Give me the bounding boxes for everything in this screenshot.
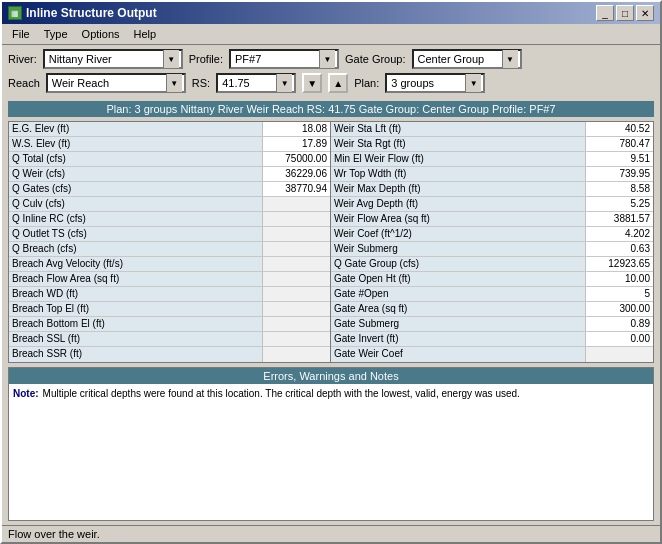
right-label-9: Q Gate Group (cfs) (331, 257, 585, 271)
left-row-15: Breach SSR (ft) (9, 347, 330, 362)
left-value-13 (262, 317, 330, 331)
minimize-button[interactable]: _ (596, 5, 614, 21)
right-value-3: 739.95 (585, 167, 653, 181)
rs-value: 41.75 (222, 77, 276, 89)
gate-group-value: Center Group (418, 53, 502, 65)
reach-label: Reach (8, 77, 40, 89)
left-row-11: Breach WD (ft) (9, 287, 330, 302)
left-row-7: Q Outlet TS (cfs) (9, 227, 330, 242)
rs-label: RS: (192, 77, 210, 89)
rs-combo[interactable]: 41.75 ▼ (216, 73, 296, 93)
right-label-4: Weir Max Depth (ft) (331, 182, 585, 196)
left-label-1: W.S. Elev (ft) (9, 137, 262, 151)
menu-file[interactable]: File (6, 26, 36, 42)
left-value-10 (262, 272, 330, 286)
reach-combo[interactable]: Weir Reach ▼ (46, 73, 186, 93)
left-label-6: Q Inline RC (cfs) (9, 212, 262, 226)
title-bar: ▦ Inline Structure Output _ □ ✕ (2, 2, 660, 24)
river-combo[interactable]: Nittany River ▼ (43, 49, 183, 69)
profile-combo-arrow[interactable]: ▼ (319, 50, 335, 68)
toolbar-row-1: River: Nittany River ▼ Profile: PF#7 ▼ G… (8, 49, 654, 69)
right-row-3: Wr Top Wdth (ft)739.95 (331, 167, 653, 182)
window-title: Inline Structure Output (26, 6, 157, 20)
left-label-0: E.G. Elev (ft) (9, 122, 262, 136)
menu-options[interactable]: Options (76, 26, 126, 42)
left-value-3: 36229.06 (262, 167, 330, 181)
menu-help[interactable]: Help (128, 26, 163, 42)
right-value-6: 3881.57 (585, 212, 653, 226)
right-label-11: Gate #Open (331, 287, 585, 301)
profile-combo[interactable]: PF#7 ▼ (229, 49, 339, 69)
left-value-8 (262, 242, 330, 256)
right-row-15: Gate Weir Coef (331, 347, 653, 362)
right-row-0: Weir Sta Lft (ft)40.52 (331, 122, 653, 137)
plan-combo-arrow[interactable]: ▼ (465, 74, 481, 92)
close-button[interactable]: ✕ (636, 5, 654, 21)
right-row-6: Weir Flow Area (sq ft)3881.57 (331, 212, 653, 227)
left-value-1: 17.89 (262, 137, 330, 151)
gate-group-combo-arrow[interactable]: ▼ (502, 50, 518, 68)
nav-down-button[interactable]: ▼ (302, 73, 322, 93)
right-value-7: 4.202 (585, 227, 653, 241)
right-value-12: 300.00 (585, 302, 653, 316)
left-label-2: Q Total (cfs) (9, 152, 262, 166)
right-row-12: Gate Area (sq ft)300.00 (331, 302, 653, 317)
left-label-11: Breach WD (ft) (9, 287, 262, 301)
data-table: E.G. Elev (ft)18.08W.S. Elev (ft)17.89Q … (8, 121, 654, 363)
errors-content: Note: Multiple critical depths were foun… (9, 384, 653, 520)
left-value-12 (262, 302, 330, 316)
left-label-10: Breach Flow Area (sq ft) (9, 272, 262, 286)
profile-value: PF#7 (235, 53, 319, 65)
left-value-7 (262, 227, 330, 241)
left-value-5 (262, 197, 330, 211)
right-value-2: 9.51 (585, 152, 653, 166)
right-label-5: Weir Avg Depth (ft) (331, 197, 585, 211)
right-row-14: Gate Invert (ft)0.00 (331, 332, 653, 347)
rs-combo-arrow[interactable]: ▼ (276, 74, 292, 92)
left-row-12: Breach Top El (ft) (9, 302, 330, 317)
left-value-15 (262, 347, 330, 362)
left-row-6: Q Inline RC (cfs) (9, 212, 330, 227)
right-value-9: 12923.65 (585, 257, 653, 271)
left-value-14 (262, 332, 330, 346)
right-value-0: 40.52 (585, 122, 653, 136)
right-row-7: Weir Coef (ft^1/2)4.202 (331, 227, 653, 242)
content-area: Plan: 3 groups Nittany River Weir Reach … (2, 97, 660, 525)
toolbar: River: Nittany River ▼ Profile: PF#7 ▼ G… (2, 45, 660, 97)
right-value-8: 0.63 (585, 242, 653, 256)
right-row-4: Weir Max Depth (ft)8.58 (331, 182, 653, 197)
maximize-button[interactable]: □ (616, 5, 634, 21)
river-combo-arrow[interactable]: ▼ (163, 50, 179, 68)
right-row-8: Weir Submerg0.63 (331, 242, 653, 257)
gate-group-label: Gate Group: (345, 53, 406, 65)
right-label-6: Weir Flow Area (sq ft) (331, 212, 585, 226)
menu-type[interactable]: Type (38, 26, 74, 42)
right-column: Weir Sta Lft (ft)40.52Weir Sta Rgt (ft)7… (331, 122, 653, 362)
left-row-2: Q Total (cfs)75000.00 (9, 152, 330, 167)
left-value-4: 38770.94 (262, 182, 330, 196)
left-label-4: Q Gates (cfs) (9, 182, 262, 196)
right-value-13: 0.89 (585, 317, 653, 331)
gate-group-combo[interactable]: Center Group ▼ (412, 49, 522, 69)
left-value-6 (262, 212, 330, 226)
left-value-2: 75000.00 (262, 152, 330, 166)
left-row-5: Q Culv (cfs) (9, 197, 330, 212)
left-row-4: Q Gates (cfs)38770.94 (9, 182, 330, 197)
plan-value: 3 groups (391, 77, 465, 89)
nav-up-button[interactable]: ▲ (328, 73, 348, 93)
right-value-15 (585, 347, 653, 362)
left-row-1: W.S. Elev (ft)17.89 (9, 137, 330, 152)
reach-combo-arrow[interactable]: ▼ (166, 74, 182, 92)
right-value-14: 0.00 (585, 332, 653, 346)
left-row-0: E.G. Elev (ft)18.08 (9, 122, 330, 137)
right-label-8: Weir Submerg (331, 242, 585, 256)
left-column: E.G. Elev (ft)18.08W.S. Elev (ft)17.89Q … (9, 122, 331, 362)
section-header: Plan: 3 groups Nittany River Weir Reach … (8, 101, 654, 117)
plan-combo[interactable]: 3 groups ▼ (385, 73, 485, 93)
left-label-5: Q Culv (cfs) (9, 197, 262, 211)
right-label-7: Weir Coef (ft^1/2) (331, 227, 585, 241)
left-label-8: Q Breach (cfs) (9, 242, 262, 256)
right-label-13: Gate Submerg (331, 317, 585, 331)
left-label-7: Q Outlet TS (cfs) (9, 227, 262, 241)
left-row-14: Breach SSL (ft) (9, 332, 330, 347)
